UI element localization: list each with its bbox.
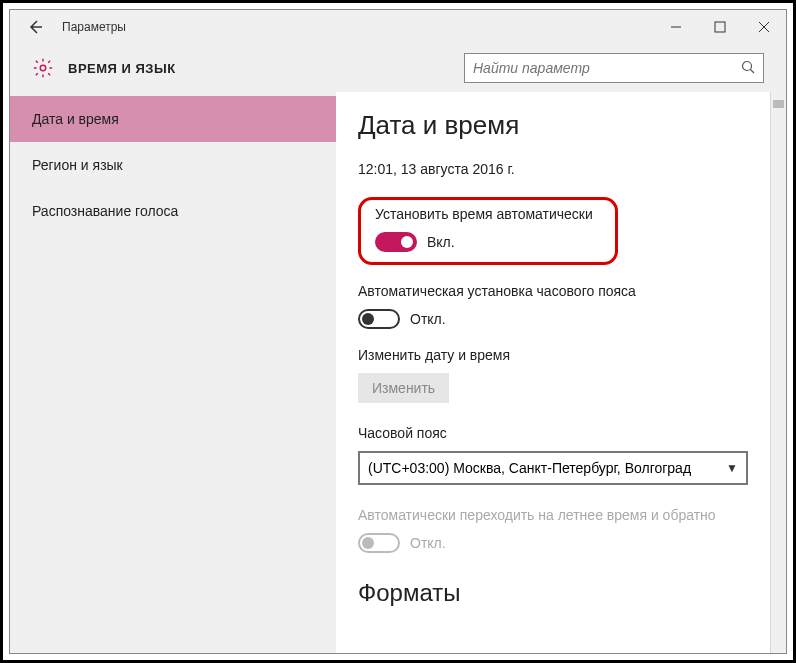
timezone-label: Часовой пояс <box>358 425 748 441</box>
svg-point-5 <box>743 61 752 70</box>
settings-window: Параметры ВРЕМЯ И ЯЗЫК Дата и в <box>9 9 787 654</box>
maximize-button[interactable] <box>698 10 742 44</box>
scrollbar-thumb[interactable] <box>773 100 784 108</box>
auto-timezone-state: Откл. <box>410 311 446 327</box>
search-icon <box>741 60 755 77</box>
chevron-down-icon: ▼ <box>726 461 738 475</box>
auto-timezone-label: Автоматическая установка часового пояса <box>358 283 748 299</box>
change-datetime-button[interactable]: Изменить <box>358 373 449 403</box>
search-input[interactable] <box>473 60 741 76</box>
sidebar-item-speech[interactable]: Распознавание голоса <box>10 188 336 234</box>
change-datetime-block: Изменить дату и время Изменить <box>358 347 748 403</box>
auto-time-label: Установить время автоматически <box>375 206 601 222</box>
minimize-icon <box>670 21 682 33</box>
sidebar-item-label: Регион и язык <box>32 157 123 173</box>
scrollbar-vertical[interactable] <box>770 92 786 653</box>
timezone-value: (UTC+03:00) Москва, Санкт-Петербург, Вол… <box>368 460 726 476</box>
content: Дата и время 12:01, 13 августа 2016 г. У… <box>336 92 770 653</box>
timezone-select[interactable]: (UTC+03:00) Москва, Санкт-Петербург, Вол… <box>358 451 748 485</box>
content-wrap: Дата и время 12:01, 13 августа 2016 г. У… <box>336 92 786 653</box>
window-title: Параметры <box>62 20 126 34</box>
titlebar: Параметры <box>10 10 786 44</box>
close-button[interactable] <box>742 10 786 44</box>
current-datetime: 12:01, 13 августа 2016 г. <box>358 161 748 177</box>
page-title: Дата и время <box>358 110 748 141</box>
sidebar: Дата и время Регион и язык Распознавание… <box>10 92 336 653</box>
svg-rect-1 <box>715 22 725 32</box>
maximize-icon <box>714 21 726 33</box>
sidebar-item-label: Дата и время <box>32 111 119 127</box>
auto-time-toggle[interactable] <box>375 232 417 252</box>
auto-time-state: Вкл. <box>427 234 455 250</box>
minimize-button[interactable] <box>654 10 698 44</box>
header-row: ВРЕМЯ И ЯЗЫК <box>10 44 786 92</box>
sidebar-item-label: Распознавание голоса <box>32 203 178 219</box>
arrow-left-icon <box>26 18 44 36</box>
dst-toggle <box>358 533 400 553</box>
change-datetime-label: Изменить дату и время <box>358 347 748 363</box>
annotation-highlight: Установить время автоматически Вкл. <box>358 197 618 265</box>
auto-timezone-block: Автоматическая установка часового пояса … <box>358 283 748 329</box>
dst-label: Автоматически переходить на летнее время… <box>358 507 748 523</box>
auto-timezone-toggle[interactable] <box>358 309 400 329</box>
dst-block: Автоматически переходить на летнее время… <box>358 507 748 553</box>
svg-line-6 <box>751 69 755 73</box>
dst-state: Откл. <box>410 535 446 551</box>
sidebar-item-region-language[interactable]: Регион и язык <box>10 142 336 188</box>
search-box[interactable] <box>464 53 764 83</box>
header-title: ВРЕМЯ И ЯЗЫК <box>68 61 176 76</box>
sidebar-item-date-time[interactable]: Дата и время <box>10 96 336 142</box>
gear-icon <box>32 57 54 79</box>
svg-point-4 <box>40 65 46 71</box>
body: Дата и время Регион и язык Распознавание… <box>10 92 786 653</box>
window-controls <box>654 10 786 44</box>
close-icon <box>758 21 770 33</box>
back-button[interactable] <box>18 10 52 44</box>
formats-heading: Форматы <box>358 579 748 607</box>
